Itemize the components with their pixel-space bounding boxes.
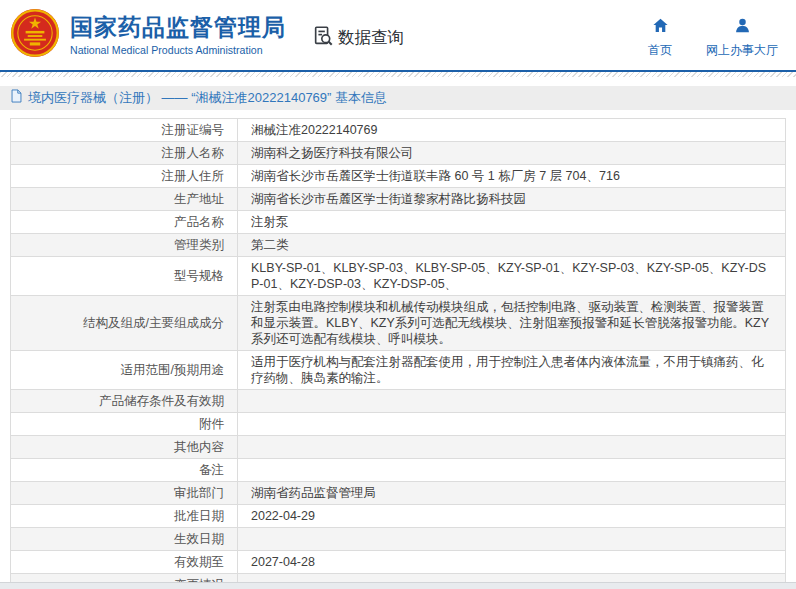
field-label: 审批部门	[11, 482, 238, 505]
field-label: 产品储存条件及有效期	[11, 390, 238, 413]
field-label: 生效日期	[11, 528, 238, 551]
field-value: 适用于医疗机构与配套注射器配套使用，用于控制注入患者体内液体流量，不用于镇痛药、…	[238, 351, 786, 390]
nav-service-hall[interactable]: 网上办事大厅	[706, 17, 778, 59]
field-value	[238, 436, 786, 459]
field-label: 有效期至	[11, 551, 238, 574]
field-value	[238, 390, 786, 413]
table-row: 有效期至2027-04-28	[11, 551, 786, 574]
field-value: 湖南省药品监督管理局	[238, 482, 786, 505]
table-row: 批准日期2022-04-29	[11, 505, 786, 528]
field-value: 2027-04-28	[238, 551, 786, 574]
field-label: 注册人名称	[11, 142, 238, 165]
field-label: 适用范围/预期用途	[11, 351, 238, 390]
info-table-body: 注册证编号湘械注准20222140769注册人名称湖南科之扬医疗科技有限公司注册…	[11, 119, 786, 589]
field-value: 注射泵	[238, 211, 786, 234]
search-document-icon	[312, 25, 334, 51]
breadcrumb: 境内医疗器械（注册） —— “湘械注准20222140769” 基本信息	[0, 86, 796, 110]
field-label: 结构及组成/主要组成成分	[11, 296, 238, 351]
field-value: 2022-04-29	[238, 505, 786, 528]
home-icon	[652, 17, 669, 38]
field-label: 其他内容	[11, 436, 238, 459]
nav-home[interactable]: 首页	[648, 17, 672, 59]
top-nav: 首页 网上办事大厅	[648, 17, 778, 59]
field-value: 湖南省长沙市岳麓区学士街道联丰路 60 号 1 栋厂房 7 层 704、716	[238, 165, 786, 188]
table-row: 产品储存条件及有效期	[11, 390, 786, 413]
table-row: 管理类别第二类	[11, 234, 786, 257]
breadcrumb-text: 境内医疗器械（注册） —— “湘械注准20222140769” 基本信息	[28, 89, 387, 107]
table-row: 注册人名称湖南科之扬医疗科技有限公司	[11, 142, 786, 165]
national-emblem-icon	[10, 8, 60, 62]
table-row: 产品名称注射泵	[11, 211, 786, 234]
field-value: 注射泵由电路控制模块和机械传动模块组成，包括控制电路、驱动装置、检测装置、报警装…	[238, 296, 786, 351]
field-label: 附件	[11, 413, 238, 436]
table-row: 注册证编号湘械注准20222140769	[11, 119, 786, 142]
field-value: KLBY-SP-01、KLBY-SP-03、KLBY-SP-05、KZY-SP-…	[238, 257, 786, 296]
field-label: 备注	[11, 459, 238, 482]
page-title: 国家药品监督管理局	[70, 13, 286, 41]
footer-strip	[0, 582, 796, 589]
table-row: 适用范围/预期用途适用于医疗机构与配套注射器配套使用，用于控制注入患者体内液体流…	[11, 351, 786, 390]
field-value: 湘械注准20222140769	[238, 119, 786, 142]
title-block: 国家药品监督管理局 National Medical Products Admi…	[70, 13, 286, 57]
document-icon	[10, 89, 23, 107]
table-row: 型号规格KLBY-SP-01、KLBY-SP-03、KLBY-SP-05、KZY…	[11, 257, 786, 296]
field-label: 注册证编号	[11, 119, 238, 142]
info-table: 注册证编号湘械注准20222140769注册人名称湖南科之扬医疗科技有限公司注册…	[10, 118, 786, 589]
field-value: 第二类	[238, 234, 786, 257]
table-row: 备注	[11, 459, 786, 482]
user-icon	[734, 17, 751, 38]
data-query-tab[interactable]: 数据查询	[312, 25, 404, 51]
field-label: 批准日期	[11, 505, 238, 528]
table-row: 附件	[11, 413, 786, 436]
field-label: 管理类别	[11, 234, 238, 257]
header-divider	[0, 72, 796, 77]
field-value	[238, 459, 786, 482]
page-subtitle: National Medical Products Administration	[70, 43, 286, 57]
header: 国家药品监督管理局 National Medical Products Admi…	[0, 0, 796, 72]
data-query-label: 数据查询	[338, 27, 404, 49]
field-label: 生产地址	[11, 188, 238, 211]
table-row: 结构及组成/主要组成成分注射泵由电路控制模块和机械传动模块组成，包括控制电路、驱…	[11, 296, 786, 351]
table-row: 生效日期	[11, 528, 786, 551]
table-row: 审批部门湖南省药品监督管理局	[11, 482, 786, 505]
field-label: 产品名称	[11, 211, 238, 234]
field-value: 湖南省长沙市岳麓区学士街道黎家村路比扬科技园	[238, 188, 786, 211]
registration-info: 注册证编号湘械注准20222140769注册人名称湖南科之扬医疗科技有限公司注册…	[10, 118, 786, 589]
table-row: 注册人住所湖南省长沙市岳麓区学士街道联丰路 60 号 1 栋厂房 7 层 704…	[11, 165, 786, 188]
nav-home-label: 首页	[648, 42, 672, 59]
table-row: 生产地址湖南省长沙市岳麓区学士街道黎家村路比扬科技园	[11, 188, 786, 211]
field-label: 注册人住所	[11, 165, 238, 188]
field-label: 型号规格	[11, 257, 238, 296]
field-value	[238, 413, 786, 436]
field-value: 湖南科之扬医疗科技有限公司	[238, 142, 786, 165]
table-row: 其他内容	[11, 436, 786, 459]
nav-service-hall-label: 网上办事大厅	[706, 42, 778, 59]
field-value	[238, 528, 786, 551]
